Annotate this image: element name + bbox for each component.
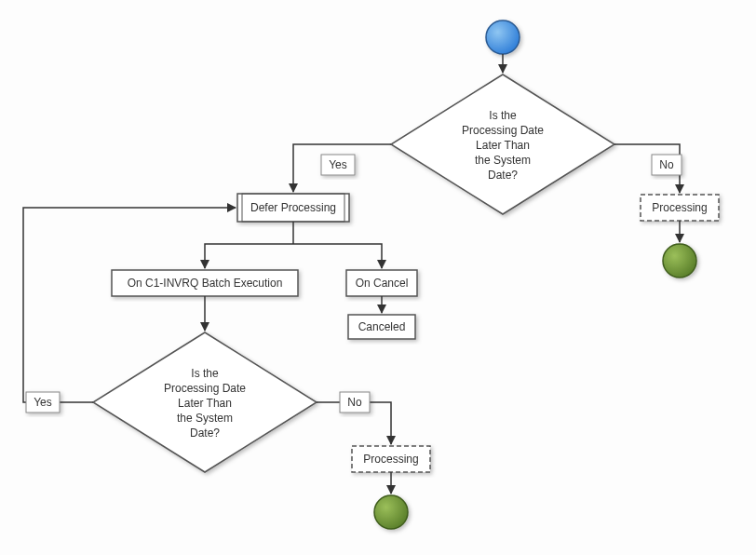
decision1-line2: Processing Date	[462, 124, 544, 137]
svg-text:On Cancel: On Cancel	[356, 277, 409, 290]
decision1-line4: the System	[475, 154, 531, 167]
no-label-2: No	[340, 392, 370, 413]
decision1-line5: Date?	[488, 169, 518, 182]
end-node-2	[374, 495, 408, 529]
decision2-line5: Date?	[190, 426, 220, 440]
decision1-line1: Is the	[489, 109, 517, 122]
decision-processing-date-1: Is the Processing Date Later Than the Sy…	[391, 74, 614, 214]
canceled-box: Canceled	[348, 315, 415, 339]
svg-text:Yes: Yes	[34, 396, 52, 409]
yes-label-1: Yes	[321, 155, 355, 175]
decision2-line3: Later Than	[178, 397, 232, 410]
batch-execution-box: On C1-INVRQ Batch Execution	[112, 270, 298, 296]
svg-text:No: No	[659, 158, 674, 171]
decision1-line3: Later Than	[476, 139, 530, 152]
svg-text:Canceled: Canceled	[358, 320, 406, 333]
decision2-line4: the System	[177, 412, 233, 425]
processing-box-2: Processing	[352, 446, 430, 472]
svg-text:No: No	[347, 396, 362, 409]
svg-text:Yes: Yes	[329, 158, 347, 171]
svg-text:Defer Processing: Defer Processing	[250, 201, 336, 214]
no-label-1: No	[652, 155, 682, 175]
decision2-line2: Processing Date	[164, 382, 246, 395]
svg-text:Processing: Processing	[652, 201, 707, 214]
start-node	[486, 20, 520, 54]
processing-box-1: Processing	[641, 195, 719, 221]
end-node-1	[663, 244, 696, 278]
yes-label-2: Yes	[26, 392, 60, 413]
defer-processing-box: Defer Processing	[237, 194, 349, 222]
decision2-line1: Is the	[191, 367, 219, 380]
svg-text:Processing: Processing	[363, 453, 418, 466]
on-cancel-box: On Cancel	[346, 270, 417, 296]
decision-processing-date-2: Is the Processing Date Later Than the Sy…	[93, 332, 317, 472]
svg-text:On C1-INVRQ Batch Execution: On C1-INVRQ Batch Execution	[128, 277, 283, 290]
